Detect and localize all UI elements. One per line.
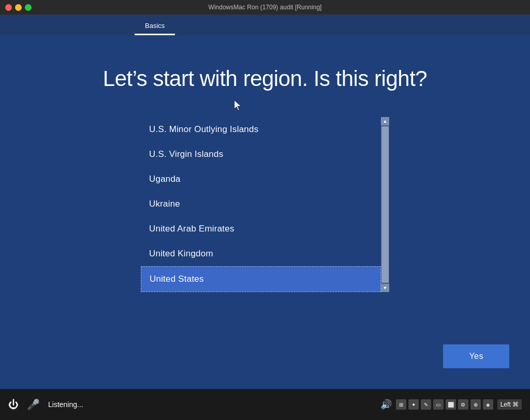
power-icon[interactable]: ⏻ — [8, 399, 19, 411]
region-list-item[interactable]: United Kingdom — [141, 241, 381, 266]
taskbar-right: 🔊 ⊞ ✦ ✎ ▭ ⬜ ⚙ ⊕ ◈ Left ⌘ — [380, 399, 522, 410]
listening-text: Listening... — [48, 400, 83, 409]
svg-marker-0 — [234, 100, 241, 110]
title-bar: WindowsMac Ron (1709) audit [Running] — [0, 0, 530, 15]
taskbar: ⏻ 🎤 Listening... 🔊 ⊞ ✦ ✎ ▭ ⬜ ⚙ ⊕ ◈ Left … — [0, 389, 530, 420]
scrollbar-up-arrow[interactable]: ▲ — [381, 117, 389, 125]
scrollbar-thumb[interactable] — [381, 126, 389, 283]
region-list-item[interactable]: United States — [141, 266, 381, 292]
keyboard-layout-text[interactable]: Left ⌘ — [497, 399, 522, 410]
close-button[interactable] — [5, 4, 12, 11]
region-list-item[interactable]: United Arab Emirates — [141, 216, 381, 241]
region-list-item[interactable]: Uganda — [141, 167, 381, 192]
scrollbar-track[interactable]: ▲ ▼ — [381, 117, 389, 292]
tab-bar: Basics — [0, 15, 530, 35]
sys-tray-icon-6[interactable]: ⚙ — [458, 399, 468, 410]
sys-tray-icon-5[interactable]: ⬜ — [446, 399, 456, 410]
sys-tray-icon-4[interactable]: ▭ — [433, 399, 444, 410]
sys-tray-icon-7[interactable]: ⊕ — [470, 399, 481, 410]
maximize-button[interactable] — [25, 4, 32, 11]
region-list-item[interactable]: Ukraine — [141, 192, 381, 216]
sys-tray-icon-1[interactable]: ⊞ — [396, 399, 406, 410]
yes-button[interactable]: Yes — [443, 344, 509, 368]
sys-tray-icon-2[interactable]: ✦ — [408, 399, 419, 410]
sys-tray-icon-8[interactable]: ◈ — [483, 399, 493, 410]
scrollbar-down-arrow[interactable]: ▼ — [381, 284, 389, 292]
cursor — [234, 100, 243, 113]
region-list-item[interactable]: U.S. Virgin Islands — [141, 142, 381, 167]
tab-basics[interactable]: Basics — [135, 18, 175, 35]
volume-icon[interactable]: 🔊 — [380, 399, 392, 410]
region-list-container[interactable]: U.S. Minor Outlying IslandsU.S. Virgin I… — [141, 117, 381, 292]
minimize-button[interactable] — [15, 4, 22, 11]
system-tray: ⊞ ✦ ✎ ▭ ⬜ ⚙ ⊕ ◈ — [396, 399, 493, 410]
main-content: Let’s start with region. Is this right? … — [0, 35, 530, 389]
sys-tray-icon-3[interactable]: ✎ — [421, 399, 431, 410]
taskbar-left: ⏻ 🎤 Listening... — [8, 398, 83, 411]
region-list-item[interactable]: U.S. Minor Outlying Islands — [141, 117, 381, 142]
page-heading: Let’s start with region. Is this right? — [103, 66, 427, 91]
window-title: WindowsMac Ron (1709) audit [Running] — [209, 4, 322, 11]
region-list-wrapper: U.S. Minor Outlying IslandsU.S. Virgin I… — [141, 117, 389, 292]
mic-icon[interactable]: 🎤 — [27, 398, 40, 411]
window-controls[interactable] — [5, 4, 32, 11]
